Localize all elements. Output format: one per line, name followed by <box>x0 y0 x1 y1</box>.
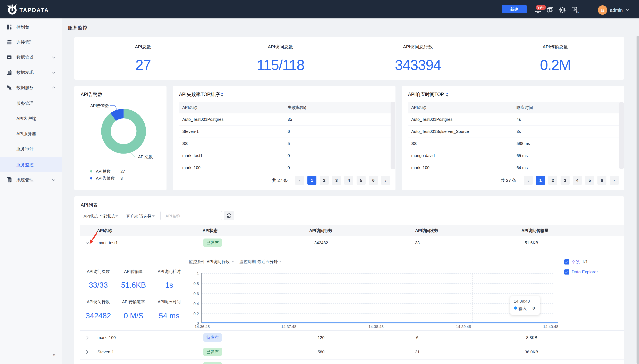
svg-text:0.2: 0.2 <box>194 312 199 316</box>
svg-text:14:40:48: 14:40:48 <box>543 324 558 329</box>
svg-text:27: 27 <box>121 169 125 174</box>
svg-text:?: ? <box>549 9 550 12</box>
svg-text:14:36:48: 14:36:48 <box>195 324 210 329</box>
svg-text:0.4: 0.4 <box>194 302 199 306</box>
svg-text:14:37:48: 14:37:48 <box>281 324 296 329</box>
svg-text:0.8: 0.8 <box>194 282 199 286</box>
svg-text:API总数: API总数 <box>96 169 111 174</box>
svg-text:API告警数: API告警数 <box>90 104 109 108</box>
svg-text:1: 1 <box>197 272 199 276</box>
svg-text:0.6: 0.6 <box>194 292 199 296</box>
svg-text:API总数: API总数 <box>138 154 153 159</box>
svg-text:En: En <box>576 11 578 13</box>
svg-text:API告警数: API告警数 <box>96 176 115 180</box>
svg-text:3: 3 <box>121 176 123 180</box>
svg-text:14:38:48: 14:38:48 <box>368 324 384 329</box>
svg-text:14:39:48: 14:39:48 <box>456 324 471 329</box>
svg-text:TAPDATA: TAPDATA <box>20 7 49 13</box>
